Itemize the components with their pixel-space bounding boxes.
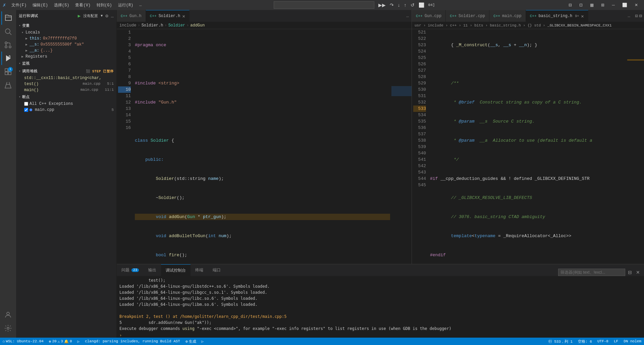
activity-account[interactable] — [1, 308, 15, 322]
right-tab-overflow[interactable]: … — [625, 10, 633, 22]
watch-section[interactable]: ▾ 监视 — [16, 60, 116, 67]
activity-search[interactable] — [1, 25, 15, 38]
locals-label: Locals — [25, 30, 40, 35]
activity-settings[interactable] — [1, 322, 15, 335]
maximize-btn[interactable]: ⬜ — [619, 1, 631, 9]
var-this[interactable]: ▶ this: 0x7fffffffd7f0 — [16, 36, 116, 42]
debug-step-into-btn[interactable]: ↓ — [396, 2, 401, 8]
left-code-area[interactable]: 12345 6789 10 111213141516 #pragma once … — [117, 29, 412, 264]
tab-gun-cpp[interactable]: C++ Gun.cpp — [412, 10, 446, 22]
status-spaces[interactable]: 空格: 6 — [575, 338, 595, 345]
console-input-line[interactable]: › — [119, 332, 641, 338]
console-command-input[interactable] — [123, 333, 641, 338]
tab-basic-string[interactable]: C++ basic_string.h 9+ ✕ — [526, 10, 588, 22]
debug-stop-btn[interactable]: ⬜ — [417, 2, 426, 8]
status-generate[interactable]: ⚙ 生成 — [183, 338, 199, 345]
panel-tab-ports[interactable]: 端口 — [208, 264, 225, 276]
tab-soldier-cpp[interactable]: C++ Soldier.cpp — [446, 10, 489, 22]
call-stack-item-1[interactable]: test() main.cpp 5:1 — [16, 81, 116, 87]
layout-btn1[interactable]: ⊟ — [565, 1, 575, 9]
inline-view-btn[interactable]: ⊟ — [639, 13, 642, 19]
activity-extensions[interactable]: 1 — [1, 65, 15, 78]
panel-tab-debug-console[interactable]: 调试控制台 — [161, 264, 191, 276]
config-chevron[interactable]: ▼ — [101, 14, 103, 18]
status-errors[interactable]: ⊗ 20 ⚠ 3 🔔 0 — [46, 338, 75, 345]
menu-select[interactable]: 选择(S) — [51, 2, 72, 9]
cs-file-1: main.cpp 5:1 — [83, 82, 114, 86]
status-parsing[interactable]: clangd: parsing includes, running Build … — [82, 338, 183, 345]
settings-icon[interactable]: ⚙ — [105, 13, 108, 19]
debug-step-out-btn[interactable]: ↑ — [403, 2, 408, 8]
minimize-btn[interactable]: ─ — [608, 1, 618, 9]
status-encoding[interactable]: UTF-8 — [595, 338, 611, 345]
var-a[interactable]: ▶ __a: {...} — [16, 48, 116, 54]
variables-section[interactable]: ▾ 变量 — [16, 22, 116, 29]
panel-tab-output[interactable]: 输出 — [144, 264, 161, 276]
tab-main-cpp[interactable]: C++ main.cpp — [489, 10, 526, 22]
panel-tab-problems[interactable]: 问题 23 — [117, 264, 144, 276]
var-s[interactable]: ▶ __s: 0x5555555500f "ak" — [16, 42, 116, 48]
status-debug-run[interactable]: ▷ — [75, 338, 83, 345]
panel-tab-terminal[interactable]: 终端 — [191, 264, 208, 276]
search-input[interactable] — [274, 1, 374, 9]
tab-soldier-h-close[interactable]: ✕ — [182, 13, 185, 19]
activity-test[interactable] — [1, 78, 15, 92]
bp-item-1[interactable]: main.cpp 5 — [16, 107, 116, 113]
tab-gun-h[interactable]: C++ Gun.h — [117, 10, 146, 22]
layout-btn3[interactable]: ▦ — [587, 1, 597, 9]
run-config-btn[interactable]: ▶ — [78, 13, 80, 19]
split-editor-btn[interactable]: ⊡ — [635, 13, 638, 19]
locals-group[interactable]: ▾ Locals — [16, 29, 116, 36]
panel-close-btn[interactable]: ✕ — [635, 269, 641, 276]
bc-soldier-h[interactable]: Soldier.h — [142, 23, 163, 28]
breakpoints-section[interactable]: ▾ 断点 — [16, 93, 116, 101]
call-stack-section[interactable]: ▾ 调用堆栈 ⬛ step 已暂停 — [16, 67, 116, 75]
right-code-area[interactable]: 521522523524525 526527528529530 531532 5… — [412, 29, 644, 264]
layout-btn4[interactable]: ⊞ — [598, 1, 608, 9]
config-label[interactable]: 没有配置 — [83, 13, 98, 18]
status-eol[interactable]: LF — [611, 338, 621, 345]
activity-debug[interactable] — [1, 52, 15, 65]
tab-soldier-h[interactable]: C++ Soldier.h ✕ — [146, 10, 190, 22]
status-lang[interactable]: DN nolem — [621, 338, 644, 345]
bp-checkbox-1[interactable] — [24, 108, 28, 112]
menu-more[interactable]: … — [137, 2, 144, 8]
menu-file[interactable]: 文件(F) — [9, 2, 30, 9]
debug-step-over-btn[interactable]: ↷ — [388, 2, 395, 8]
status-wsl[interactable]: ⌂ WSL: Ubuntu-22.04 — [0, 338, 46, 345]
bp-checkbox-0[interactable] — [24, 102, 28, 106]
panel-layout-btn[interactable]: ⊟ — [627, 269, 633, 276]
title-bar: ✗ 文件(F) 编辑(E) 选择(S) 查看(V) 转到(G) 运行(R) … … — [0, 0, 644, 10]
layout-btn2[interactable]: ⊡ — [576, 1, 586, 9]
bc-soldier[interactable]: Soldier — [168, 23, 185, 28]
call-stack-item-2[interactable]: main() main.cpp 11:1 — [16, 87, 116, 93]
activity-explorer[interactable] — [1, 11, 15, 25]
status-cursor[interactable]: 行 533，列 1 — [546, 338, 576, 345]
bc-usr[interactable]: usr › include › c++ › 11 › bits › basic_… — [415, 23, 612, 27]
activity-source-control[interactable] — [1, 38, 15, 52]
menu-run[interactable]: 运行(R) — [115, 2, 136, 9]
tab-basic-string-close[interactable]: ✕ — [581, 13, 584, 19]
console-filter-input[interactable] — [558, 269, 625, 276]
debug-console-content: test(); Loaded '/lib/x86_64-linux-gnu/li… — [117, 276, 644, 338]
call-stack-item-0[interactable]: std::__cxx11::basic_string<char, — [16, 75, 116, 81]
status-run-btn[interactable]: ▷ — [199, 338, 207, 345]
activity-bottom — [1, 308, 15, 338]
debug-restart-btn[interactable]: ↺ — [409, 2, 416, 8]
registers-group[interactable]: ▶ Registers — [16, 54, 116, 60]
title-center: ▶▶ ↷ ↓ ↑ ↺ ⬜ 04] — [147, 1, 563, 9]
debug-continue-btn[interactable]: ▶▶ — [377, 2, 387, 8]
error-count: 20 — [52, 339, 56, 343]
bc-addgun[interactable]: addGun — [190, 23, 205, 28]
more-icon[interactable]: … — [111, 13, 114, 19]
close-btn[interactable]: ✕ — [631, 1, 641, 9]
bp-label: 断点 — [22, 94, 30, 99]
menu-edit[interactable]: 编辑(E) — [30, 2, 51, 9]
bp-item-0[interactable]: All C++ Exceptions — [16, 101, 116, 107]
bc-include[interactable]: include — [119, 23, 136, 28]
menu-view[interactable]: 查看(V) — [72, 2, 93, 9]
menu-goto[interactable]: 转到(G) — [94, 2, 115, 9]
tab-overflow-btn[interactable]: … — [404, 10, 412, 22]
r-line-530: // 3076. basic_string CTAD ambiguity — [430, 214, 626, 220]
call-stack-label: 调用堆栈 — [22, 69, 38, 74]
